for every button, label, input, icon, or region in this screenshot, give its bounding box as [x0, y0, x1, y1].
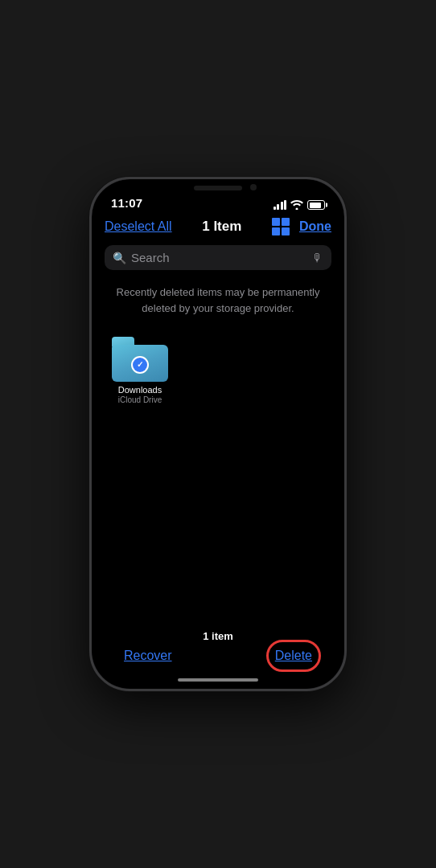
recover-button[interactable]: Recover	[124, 649, 172, 663]
wifi-icon	[290, 200, 303, 210]
phone-frame: 11:07 Deselect All	[89, 177, 347, 691]
phone-screen: 11:07 Deselect All	[92, 179, 344, 689]
bottom-bar: 1 item Recover Delete	[92, 624, 344, 671]
status-icons	[274, 200, 326, 210]
grid-view-icon[interactable]	[272, 218, 290, 235]
battery-icon	[307, 200, 325, 210]
bottom-actions: Recover Delete	[108, 649, 328, 663]
search-input[interactable]: Search	[131, 251, 307, 264]
file-subtitle: iCloud Drive	[118, 395, 162, 404]
delete-button-wrapper[interactable]: Delete	[275, 649, 312, 663]
nav-title: 1 Item	[202, 219, 241, 235]
warning-message: Recently deleted items may be permanentl…	[92, 276, 344, 324]
speaker	[194, 186, 242, 190]
home-indicator	[92, 671, 344, 689]
delete-button[interactable]: Delete	[275, 649, 312, 662]
microphone-icon[interactable]: 🎙	[312, 252, 323, 264]
search-container: 🔍 Search 🎙	[92, 242, 344, 276]
search-bar[interactable]: 🔍 Search 🎙	[105, 245, 331, 270]
selection-badge: ✓	[131, 356, 149, 374]
search-icon: 🔍	[113, 252, 126, 264]
signal-icon	[274, 200, 287, 210]
folder-icon: ✓	[112, 337, 168, 382]
notch	[162, 179, 274, 202]
camera	[250, 184, 257, 190]
deselect-all-button[interactable]: Deselect All	[105, 219, 172, 234]
home-bar	[178, 678, 258, 682]
nav-right-actions: Done	[272, 218, 331, 235]
file-name: Downloads	[118, 385, 162, 395]
item-count: 1 item	[203, 630, 233, 642]
file-item[interactable]: ✓ Downloads iCloud Drive	[108, 337, 172, 404]
navigation-bar: Deselect All 1 Item Done	[92, 215, 344, 242]
done-button[interactable]: Done	[299, 219, 331, 234]
time-display: 11:07	[111, 196, 142, 210]
files-area: ✓ Downloads iCloud Drive	[92, 324, 344, 624]
